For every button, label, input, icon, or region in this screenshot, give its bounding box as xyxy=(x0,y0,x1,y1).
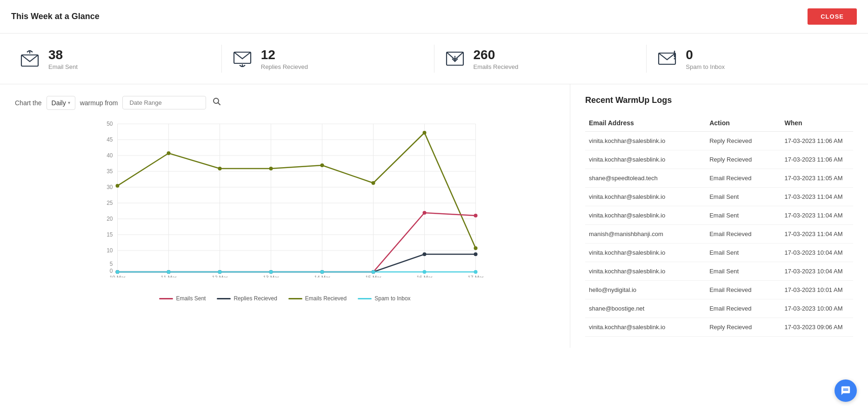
svg-text:25: 25 xyxy=(107,200,113,206)
legend-emails-sent-line xyxy=(159,298,173,299)
legend-emails-received-label: Emails Recieved xyxy=(305,295,347,302)
chart-section: Chart the Daily ▾ warmup from xyxy=(0,84,570,348)
spam-to-inbox-number: 0 xyxy=(686,47,725,63)
table-row: vinita.kochhar@salesblink.io Reply Recie… xyxy=(585,318,853,337)
legend-spam-to-inbox: Spam to Inbox xyxy=(358,295,410,302)
period-value: Daily xyxy=(52,99,66,107)
svg-text:10 Mar: 10 Mar xyxy=(109,275,126,278)
svg-point-69 xyxy=(423,252,427,256)
table-row: vinita.kochhar@salesblink.io Email Sent … xyxy=(585,262,853,281)
warmup-from-label: warmup from xyxy=(80,99,118,107)
legend-spam-to-inbox-label: Spam to Inbox xyxy=(374,295,410,302)
page-header: This Week at a Glance CLOSE xyxy=(0,0,868,34)
log-action: Email Recieved xyxy=(706,299,781,318)
svg-point-77 xyxy=(423,270,427,274)
log-action: Reply Recieved xyxy=(706,132,781,150)
stat-replies-received: 12 Replies Recieved xyxy=(231,47,425,71)
email-sent-icon xyxy=(19,47,41,70)
emails-received-number: 260 xyxy=(474,47,519,63)
svg-text:14 Mar: 14 Mar xyxy=(314,275,330,278)
svg-text:15: 15 xyxy=(107,231,113,238)
svg-line-10 xyxy=(218,103,220,105)
emails-sent-number: 38 xyxy=(48,47,78,63)
period-select[interactable]: Daily ▾ xyxy=(47,96,75,110)
log-email: vinita.kochhar@salesblink.io xyxy=(585,150,706,169)
table-row: vinita.kochhar@salesblink.io Reply Recie… xyxy=(585,150,853,169)
log-action: Email Sent xyxy=(706,188,781,206)
chart-the-label: Chart the xyxy=(15,99,42,107)
log-action: Email Sent xyxy=(706,244,781,262)
log-email: vinita.kochhar@salesblink.io xyxy=(585,318,706,337)
stat-emails-received: 260 Emails Recieved xyxy=(444,47,637,71)
log-action: Email Sent xyxy=(706,262,781,281)
col-email-header: Email Address xyxy=(585,115,706,132)
email-exclaim-icon xyxy=(656,47,678,70)
svg-point-76 xyxy=(372,270,375,274)
log-action: Email Recieved xyxy=(706,281,781,299)
svg-point-73 xyxy=(218,270,222,274)
log-email: vinita.kochhar@salesblink.io xyxy=(585,244,706,262)
log-email: shane@boostige.net xyxy=(585,299,706,318)
stat-emails-sent: 38 Email Sent xyxy=(19,47,212,71)
log-action: Email Recieved xyxy=(706,225,781,244)
svg-point-71 xyxy=(116,270,120,274)
svg-point-61 xyxy=(423,211,427,215)
svg-text:10: 10 xyxy=(107,247,113,254)
svg-text:17 Mar: 17 Mar xyxy=(467,275,484,278)
line-chart: 50 45 40 35 30 25 20 15 10 5 0 xyxy=(15,119,555,278)
legend-emails-sent-label: Emails Sent xyxy=(176,295,206,302)
log-email: manish@manishbhanji.com xyxy=(585,225,706,244)
log-email: shane@speedtolead.tech xyxy=(585,169,706,188)
svg-text:45: 45 xyxy=(107,136,113,143)
col-action-header: Action xyxy=(706,115,781,132)
search-icon xyxy=(213,97,221,106)
svg-text:50: 50 xyxy=(107,121,113,127)
date-range-input[interactable] xyxy=(122,96,206,109)
log-action: Email Sent xyxy=(706,206,781,225)
log-when: 17-03-2023 11:05 AM xyxy=(781,169,853,188)
spam-to-inbox-label: Spam to Inbox xyxy=(686,63,725,70)
svg-text:40: 40 xyxy=(107,152,113,159)
log-action: Reply Recieved xyxy=(706,318,781,337)
stat-divider-2 xyxy=(434,45,434,73)
search-button[interactable] xyxy=(211,95,223,110)
stat-divider-3 xyxy=(646,45,647,73)
svg-text:12 Mar: 12 Mar xyxy=(212,275,228,278)
log-when: 17-03-2023 11:04 AM xyxy=(781,225,853,244)
svg-text:13 Mar: 13 Mar xyxy=(263,275,279,278)
page-title: This Week at a Glance xyxy=(11,12,100,21)
logs-section: Recent WarmUp Logs Email Address Action … xyxy=(570,84,868,348)
svg-point-53 xyxy=(423,131,427,135)
emails-sent-label: Email Sent xyxy=(48,63,78,70)
svg-point-72 xyxy=(167,270,171,274)
log-email: vinita.kochhar@salesblink.io xyxy=(585,132,706,150)
legend-spam-to-inbox-line xyxy=(358,298,372,299)
table-row: vinita.kochhar@salesblink.io Email Sent … xyxy=(585,206,853,225)
svg-point-78 xyxy=(474,270,478,274)
legend-replies-received-line xyxy=(217,298,231,299)
svg-point-75 xyxy=(320,270,324,274)
stats-row: 38 Email Sent 12 Replies Recieved xyxy=(0,34,868,84)
log-when: 17-03-2023 10:00 AM xyxy=(781,299,853,318)
log-when: 17-03-2023 10:04 AM xyxy=(781,244,853,262)
log-email: hello@nydigital.io xyxy=(585,281,706,299)
log-action: Reply Recieved xyxy=(706,150,781,169)
svg-point-62 xyxy=(474,214,478,217)
close-button[interactable]: CLOSE xyxy=(808,8,857,25)
table-row: shane@speedtolead.tech Email Recieved 17… xyxy=(585,169,853,188)
legend-emails-received: Emails Recieved xyxy=(288,295,347,302)
log-when: 17-03-2023 11:06 AM xyxy=(781,150,853,169)
stat-spam-to-inbox: 0 Spam to Inbox xyxy=(656,47,849,71)
log-when: 17-03-2023 10:01 AM xyxy=(781,281,853,299)
col-when-header: When xyxy=(781,115,853,132)
table-row: manish@manishbhanji.com Email Recieved 1… xyxy=(585,225,853,244)
svg-text:30: 30 xyxy=(107,184,113,190)
table-row: vinita.kochhar@salesblink.io Reply Recie… xyxy=(585,132,853,150)
logs-table: Email Address Action When vinita.kochhar… xyxy=(585,115,853,337)
svg-text:15 Mar: 15 Mar xyxy=(365,275,381,278)
email-reply-icon xyxy=(231,47,254,70)
log-email: vinita.kochhar@salesblink.io xyxy=(585,206,706,225)
replies-received-number: 12 xyxy=(261,47,308,63)
svg-point-54 xyxy=(474,246,478,250)
svg-text:20: 20 xyxy=(107,216,113,222)
